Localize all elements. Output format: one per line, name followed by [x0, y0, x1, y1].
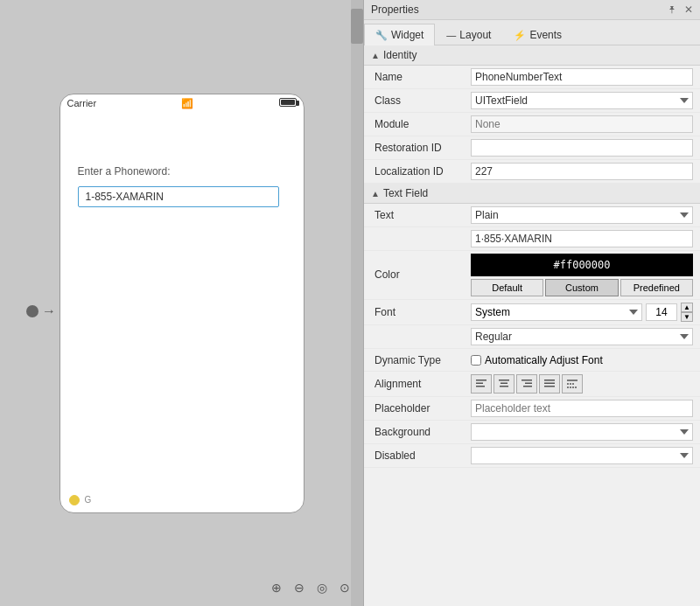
prop-row-name: Name [364, 66, 700, 89]
zoom-fit-button[interactable]: ◎ [312, 578, 332, 597]
identity-collapse-arrow[interactable]: ▲ [371, 51, 380, 60]
name-input[interactable] [471, 68, 693, 86]
wifi-icon: 📶 [181, 98, 193, 109]
svg-rect-10 [544, 383, 555, 385]
prop-row-alignment: Alignment [364, 372, 700, 397]
dynamic-type-checkbox[interactable] [471, 355, 481, 366]
font-size-input[interactable] [646, 303, 677, 321]
designer-scroll-thumb [351, 9, 363, 44]
properties-panel: Properties 🖈 ✕ 🔧 Widget — Layout ⚡ Event… [363, 0, 700, 606]
phone-frame: Carrier 📶 Enter a Phoneword: 1-855-XAMAR… [60, 94, 304, 513]
prop-row-text-value [364, 227, 700, 251]
phone-content: Enter a Phoneword: 1-855-XAMARIN [60, 113, 304, 225]
properties-titlebar: Properties 🖈 ✕ [364, 0, 700, 20]
prop-label-font: Font [374, 306, 471, 318]
align-right-button[interactable] [516, 374, 537, 394]
svg-rect-11 [544, 386, 555, 387]
tab-layout[interactable]: — Layout [435, 24, 502, 45]
prop-row-font: Font System Helvetica Arial ▲ ▼ [364, 300, 700, 325]
designer-nav: ⊕ ⊖ ◎ ⊙ [267, 578, 354, 597]
alignment-buttons [471, 374, 693, 394]
prop-label-alignment: Alignment [374, 378, 471, 390]
prop-label-restoration-id: Restoration ID [374, 142, 471, 154]
properties-tabs: 🔧 Widget — Layout ⚡ Events [364, 20, 700, 45]
prop-value-alignment [471, 374, 693, 394]
phone-bottom-icons: G [69, 495, 92, 505]
phone-status-bar: Carrier 📶 [60, 94, 304, 113]
connector-arrow: → [42, 303, 56, 319]
font-spinner: ▲ ▼ [681, 303, 693, 322]
prop-value-background [471, 423, 693, 441]
color-buttons: Default Custom Predefined [471, 279, 693, 296]
text-field-section-label: Text Field [383, 187, 428, 199]
restoration-id-input[interactable] [471, 139, 693, 157]
phone-input[interactable]: 1-855-XAMARIN [78, 186, 279, 207]
prop-value-text [471, 230, 693, 247]
prop-value-disabled [471, 447, 693, 464]
font-style-select[interactable]: Regular Bold Italic [471, 328, 693, 345]
font-size-increment-button[interactable]: ▲ [681, 303, 693, 312]
properties-content: ▲ Identity Name Class UITextField Module [364, 45, 700, 606]
designer-scrollbar[interactable] [351, 0, 363, 606]
text-field-collapse-arrow[interactable]: ▲ [371, 189, 380, 199]
tab-widget[interactable]: 🔧 Widget [364, 24, 435, 45]
svg-rect-7 [525, 383, 532, 385]
checkbox-row: Automatically Adjust Font [471, 354, 693, 366]
widget-icon: 🔧 [375, 30, 388, 41]
tab-events-label: Events [529, 29, 562, 41]
prop-label-localization-id: Localization ID [374, 165, 471, 178]
align-left-button[interactable] [471, 374, 492, 394]
color-section: #ff000000 Default Custom Predefined [471, 254, 693, 296]
layout-icon: — [446, 30, 456, 40]
color-default-button[interactable]: Default [471, 279, 543, 296]
prop-row-text-type: Text Plain Attributed [364, 204, 700, 227]
prop-row-font-style: Regular Bold Italic [364, 325, 700, 349]
prop-row-module: Module [364, 113, 700, 136]
svg-rect-9 [544, 380, 555, 381]
color-block[interactable]: #ff000000 [471, 254, 693, 276]
svg-rect-2 [476, 386, 485, 387]
svg-rect-8 [523, 386, 532, 387]
prop-label-placeholder: Placeholder [374, 402, 471, 414]
placeholder-input[interactable] [471, 400, 693, 417]
prop-label-disabled: Disabled [374, 449, 471, 462]
module-input[interactable] [471, 115, 693, 133]
text-field-section-header: ▲ Text Field [364, 184, 700, 204]
class-select[interactable]: UITextField [471, 92, 693, 109]
align-center-button[interactable] [494, 374, 514, 394]
prop-value-text-type: Plain Attributed [471, 206, 693, 224]
svg-rect-4 [500, 383, 508, 385]
prop-row-localization-id: Localization ID [364, 160, 700, 184]
text-value-input[interactable] [471, 230, 693, 247]
prop-value-dynamic-type: Automatically Adjust Font [471, 354, 693, 366]
font-size-decrement-button[interactable]: ▼ [681, 312, 693, 322]
prop-value-restoration-id [471, 139, 693, 157]
prop-row-disabled: Disabled [364, 444, 700, 468]
text-type-select[interactable]: Plain Attributed [471, 206, 693, 224]
align-natural-button[interactable] [562, 374, 583, 394]
tab-events[interactable]: ⚡ Events [502, 24, 573, 45]
yellow-dot-icon [69, 495, 80, 505]
prop-value-localization-id [471, 163, 693, 180]
prop-value-module [471, 115, 693, 133]
pin-icon[interactable]: 🖈 [667, 3, 677, 16]
prop-label-class: Class [374, 94, 471, 107]
font-family-select[interactable]: System Helvetica Arial [471, 303, 642, 321]
background-select[interactable] [471, 423, 693, 441]
close-icon[interactable]: ✕ [684, 3, 693, 16]
connector-dot [26, 305, 38, 317]
prop-label-color: Color [374, 268, 471, 281]
prop-row-background: Background [364, 421, 700, 444]
zoom-out-button[interactable]: ⊖ [290, 578, 309, 597]
color-predefined-button[interactable]: Predefined [620, 279, 693, 296]
zoom-in-button[interactable]: ⊕ [267, 578, 286, 597]
carrier-label: Carrier [67, 98, 97, 108]
align-justify-button[interactable] [539, 374, 560, 394]
disabled-select[interactable] [471, 447, 693, 464]
prop-row-dynamic-type: Dynamic Type Automatically Adjust Font [364, 349, 700, 372]
g-icon: G [85, 495, 92, 505]
localization-id-input[interactable] [471, 163, 693, 180]
prop-value-name [471, 68, 693, 86]
prop-label-text: Text [374, 209, 471, 221]
color-custom-button[interactable]: Custom [545, 279, 618, 296]
